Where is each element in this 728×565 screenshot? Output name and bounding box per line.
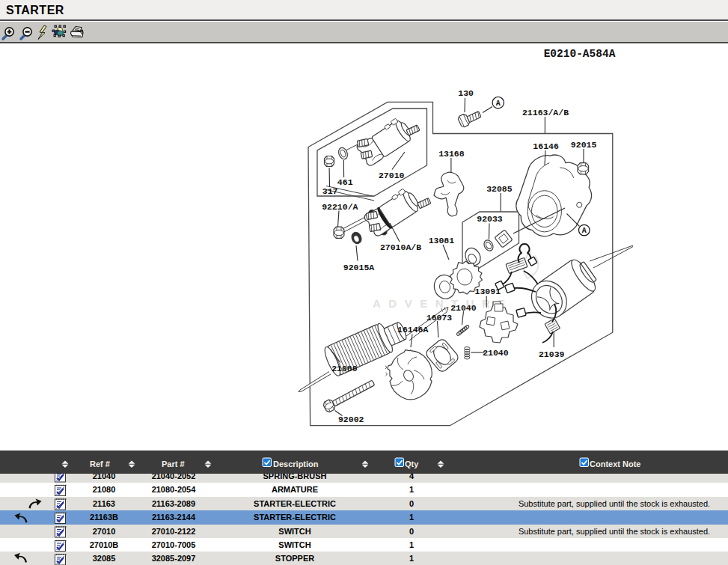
svg-text:16073: 16073 [426, 313, 453, 323]
svg-text:92015A: 92015A [343, 263, 375, 272]
svg-text:92033: 92033 [477, 214, 503, 224]
svg-text:E0210-A584A: E0210-A584A [544, 48, 616, 60]
svg-text:32085: 32085 [486, 184, 513, 194]
svg-text:461: 461 [337, 177, 353, 187]
svg-text:92002: 92002 [338, 415, 364, 424]
svg-text:13081: 13081 [429, 236, 455, 245]
svg-text:13091: 13091 [475, 287, 501, 296]
svg-text:21040: 21040 [450, 303, 477, 313]
svg-text:A: A [582, 227, 587, 235]
svg-text:21039: 21039 [539, 349, 565, 359]
svg-text:317: 317 [322, 186, 338, 196]
svg-text:92210/A: 92210/A [322, 202, 358, 212]
svg-text:130: 130 [458, 88, 474, 98]
svg-text:A: A [496, 100, 501, 108]
svg-text:27010A/B: 27010A/B [380, 242, 421, 252]
svg-text:21080: 21080 [331, 364, 358, 373]
svg-text:16146: 16146 [533, 141, 559, 151]
svg-text:27010: 27010 [379, 171, 405, 180]
svg-text:21040: 21040 [483, 348, 509, 358]
svg-text:21163/A/B: 21163/A/B [522, 108, 569, 117]
svg-text:16146A: 16146A [397, 325, 429, 335]
svg-text:13168: 13168 [438, 149, 465, 159]
svg-text:92015: 92015 [571, 140, 597, 150]
